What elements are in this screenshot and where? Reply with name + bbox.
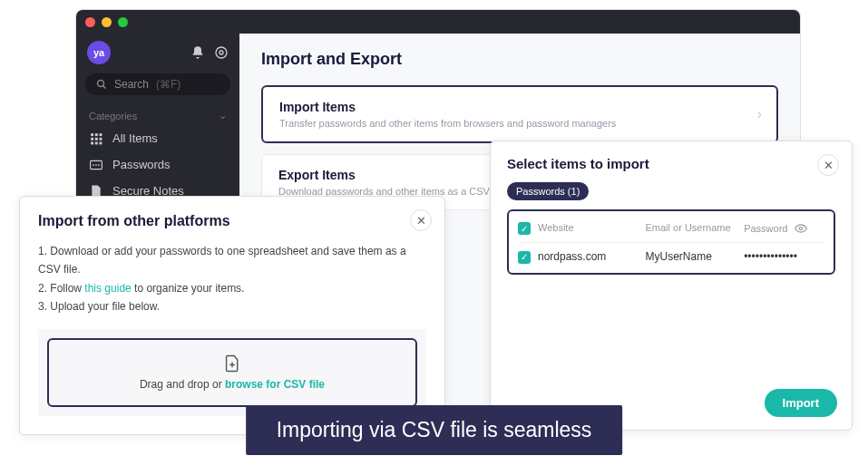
header-username: Email or Username bbox=[646, 222, 745, 235]
close-button[interactable]: ✕ bbox=[410, 209, 432, 231]
csv-dropzone[interactable]: Drag and drop or browse for CSV file bbox=[47, 338, 417, 407]
close-button[interactable]: ✕ bbox=[817, 154, 839, 176]
sidebar-item-passwords[interactable]: Passwords bbox=[76, 151, 239, 178]
cell-username: MyUserName bbox=[646, 250, 745, 263]
select-items-panel: ✕ Select items to import Passwords (1) ✓… bbox=[490, 141, 853, 431]
svg-point-2 bbox=[98, 81, 104, 87]
gear-icon[interactable] bbox=[214, 45, 229, 60]
svg-rect-5 bbox=[95, 133, 98, 136]
sidebar-item-all-items[interactable]: All Items bbox=[76, 125, 239, 151]
card-desc: Transfer passwords and other items from … bbox=[279, 118, 760, 129]
step-2: 2. Follow this guide to organize your it… bbox=[38, 279, 426, 297]
file-add-icon bbox=[63, 354, 401, 373]
svg-rect-10 bbox=[91, 141, 93, 144]
items-table: ✓ Website Email or Username Password ✓ n… bbox=[507, 209, 835, 275]
svg-point-16 bbox=[98, 164, 100, 166]
search-shortcut: (⌘F) bbox=[156, 78, 180, 91]
svg-rect-12 bbox=[100, 141, 102, 144]
import-from-platforms-panel: ✕ Import from other platforms 1. Downloa… bbox=[19, 196, 445, 435]
search-placeholder: Search bbox=[114, 78, 149, 91]
import-button[interactable]: Import bbox=[765, 389, 837, 417]
sidebar-item-label: All Items bbox=[112, 131, 158, 145]
password-icon bbox=[89, 160, 103, 170]
close-window-button[interactable] bbox=[85, 17, 95, 27]
svg-point-1 bbox=[216, 47, 227, 58]
titlebar bbox=[76, 10, 800, 34]
header-password: Password bbox=[744, 223, 787, 234]
close-icon: ✕ bbox=[824, 159, 834, 172]
cell-password: •••••••••••••• bbox=[744, 250, 824, 263]
search-input[interactable]: Search (⌘F) bbox=[85, 73, 230, 95]
bell-icon[interactable] bbox=[190, 45, 205, 60]
svg-rect-11 bbox=[95, 141, 98, 144]
select-all-checkbox[interactable]: ✓ bbox=[518, 222, 531, 235]
svg-rect-6 bbox=[100, 133, 102, 136]
traffic-lights bbox=[85, 17, 128, 27]
categories-header[interactable]: Categories ⌄ bbox=[76, 106, 239, 125]
step-1: 1. Download or add your passwords to one… bbox=[38, 242, 426, 279]
close-icon: ✕ bbox=[416, 214, 426, 228]
card-title: Import Items bbox=[279, 100, 760, 114]
avatar[interactable]: ya bbox=[87, 41, 111, 64]
passwords-pill[interactable]: Passwords (1) bbox=[507, 182, 589, 200]
table-row[interactable]: ✓ nordpass.com MyUserName •••••••••••••• bbox=[518, 243, 824, 266]
row-checkbox[interactable]: ✓ bbox=[518, 251, 531, 264]
svg-rect-8 bbox=[95, 137, 98, 140]
caption-banner: Importing via CSV file is seamless bbox=[246, 405, 623, 455]
browse-csv-link[interactable]: browse for CSV file bbox=[225, 378, 325, 391]
panel-title: Select items to import bbox=[507, 156, 835, 171]
grid-icon bbox=[89, 132, 103, 145]
step-3: 3. Upload your file below. bbox=[38, 297, 426, 315]
header-website: Website bbox=[538, 222, 646, 235]
svg-rect-7 bbox=[91, 137, 93, 140]
page-title: Import and Export bbox=[261, 50, 778, 69]
chevron-down-icon: ⌄ bbox=[219, 110, 227, 121]
svg-point-21 bbox=[800, 227, 804, 230]
svg-rect-4 bbox=[91, 133, 93, 136]
cell-website: nordpass.com bbox=[538, 250, 646, 263]
chevron-right-icon: › bbox=[757, 106, 762, 122]
svg-rect-9 bbox=[100, 137, 102, 140]
eye-icon[interactable] bbox=[795, 222, 807, 235]
svg-point-15 bbox=[95, 164, 97, 166]
minimize-window-button[interactable] bbox=[102, 17, 112, 27]
import-items-card[interactable]: Import Items Transfer passwords and othe… bbox=[261, 85, 778, 143]
sidebar-item-label: Passwords bbox=[112, 158, 171, 171]
panel-title: Import from other platforms bbox=[38, 213, 426, 229]
maximize-window-button[interactable] bbox=[118, 17, 128, 27]
svg-point-0 bbox=[219, 51, 223, 54]
table-header: ✓ Website Email or Username Password bbox=[518, 218, 824, 243]
svg-point-14 bbox=[93, 164, 94, 166]
svg-line-3 bbox=[103, 86, 106, 89]
guide-link[interactable]: this guide bbox=[84, 282, 131, 295]
